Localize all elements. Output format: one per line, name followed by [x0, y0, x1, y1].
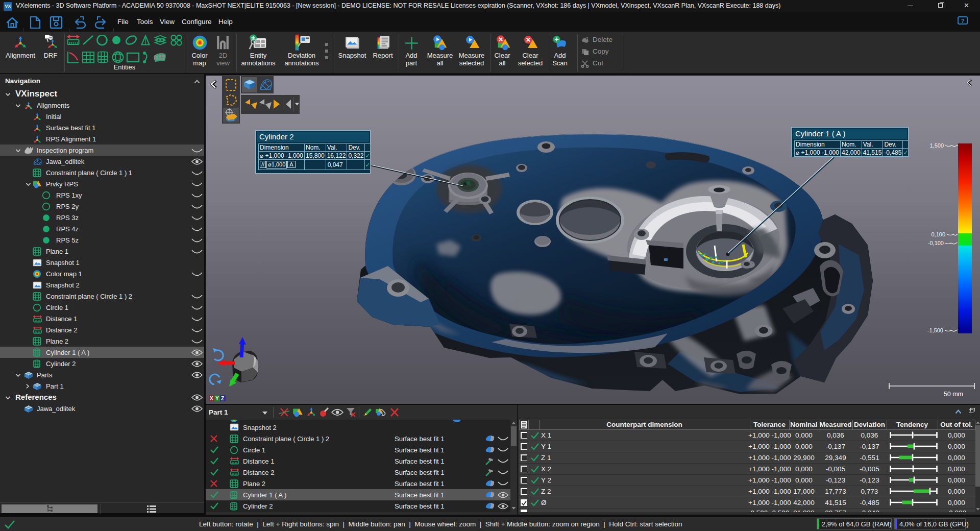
svg-text:50 mm: 50 mm [944, 391, 963, 398]
svg-text:-0,100: -0,100 [928, 240, 944, 246]
svg-text:X: X [210, 396, 213, 401]
svg-text:-1,500: -1,500 [927, 327, 943, 333]
svg-text:Y: Y [215, 396, 219, 401]
svg-text:1,500: 1,500 [929, 142, 944, 149]
svg-text:Z: Z [221, 396, 224, 401]
svg-text:0,100: 0,100 [931, 231, 945, 237]
